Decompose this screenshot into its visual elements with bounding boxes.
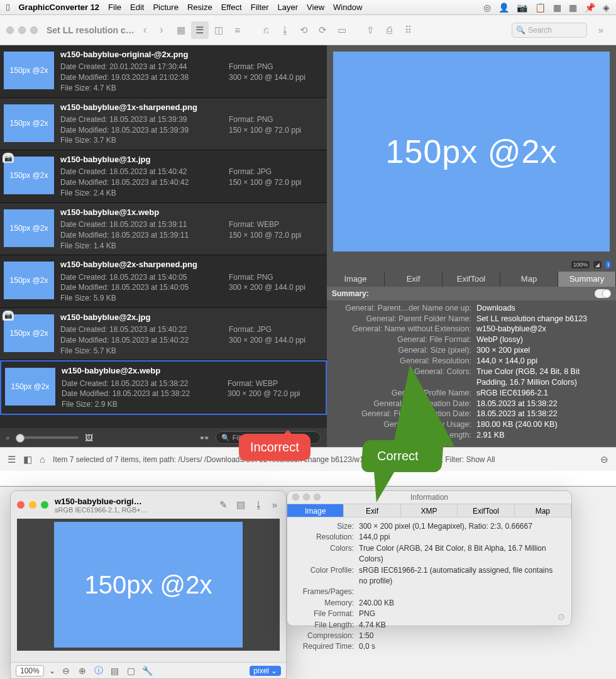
tab-exiftool[interactable]: ExifTool: [443, 272, 500, 287]
print-icon[interactable]: ⎙: [381, 21, 399, 39]
overflow-icon[interactable]: »: [592, 21, 610, 39]
overflow-icon[interactable]: »: [272, 499, 277, 511]
file-text: w150-babyblue@2x.jpgDate Created: 18.05.…: [60, 312, 323, 356]
unit-select[interactable]: pixel ⌄: [250, 666, 281, 676]
zoom-out-icon[interactable]: ⊖: [60, 666, 72, 676]
info-tab-exif[interactable]: Exif: [344, 504, 400, 517]
menu-layer[interactable]: Layer: [278, 3, 299, 12]
file-row[interactable]: 📷150px @2xw150-babyblue@2x.jpgDate Creat…: [0, 308, 327, 361]
info-tab-xmp[interactable]: XMP: [401, 504, 458, 517]
diamond-icon[interactable]: ◈: [603, 3, 610, 13]
file-row[interactable]: 150px @2xw150-babyblue@1x.webpDate Creat…: [0, 203, 327, 256]
preview-text: 150px @2x: [386, 133, 558, 170]
image-canvas[interactable]: 150px @2x: [17, 519, 280, 651]
nav-back[interactable]: ‹: [140, 23, 151, 36]
menu-filter[interactable]: Filter: [251, 3, 269, 12]
target-icon[interactable]: ◎: [483, 3, 491, 13]
thumb-size-slider[interactable]: [16, 436, 79, 439]
tab-map[interactable]: Map: [500, 272, 558, 287]
tab-exif[interactable]: Exif: [385, 272, 443, 287]
menu-view[interactable]: View: [307, 3, 324, 12]
view-grid-icon[interactable]: ▦: [172, 21, 190, 39]
glasses-icon[interactable]: 👓: [199, 433, 209, 443]
zoom-level[interactable]: 100%: [16, 665, 44, 676]
calendar-icon[interactable]: ▦: [569, 3, 577, 13]
tab-summary[interactable]: Summary: [558, 272, 616, 287]
window-title: Set LL resolution c…: [47, 25, 135, 35]
tool-e-icon[interactable]: ▭: [333, 21, 351, 39]
file-row[interactable]: 150px @2xw150-babyblue@2x-sharpened.pngD…: [0, 255, 327, 308]
preview-pane: 150px @2x 100% ◢ ℹ ImageExifExifToolMapS…: [327, 45, 616, 447]
traffic-lights[interactable]: [17, 501, 48, 509]
file-row[interactable]: 150px @2xw150-babyblue@2x.webpDate Creat…: [0, 360, 327, 415]
menu-resize[interactable]: Resize: [187, 3, 212, 12]
grid-icon[interactable]: ▦: [553, 3, 561, 13]
zoom-in-icon[interactable]: ⊕: [77, 666, 88, 676]
traffic-lights[interactable]: [6, 26, 38, 34]
share-icon[interactable]: ⇧: [362, 21, 380, 39]
file-format: Format: PNG: [229, 114, 323, 125]
info-tab-map[interactable]: Map: [515, 504, 571, 517]
sidebar-icon[interactable]: ☰: [8, 454, 16, 465]
pin-icon[interactable]: 📌: [585, 3, 595, 13]
file-modified: Date Modified: 18.05.2023 at 15:39:39: [60, 125, 229, 136]
apple-menu[interactable]: : [6, 2, 9, 13]
pane-icon[interactable]: ◧: [23, 454, 32, 465]
path-icon[interactable]: ⌂: [40, 454, 45, 465]
crop-icon[interactable]: ▢: [126, 666, 137, 676]
nav-forward[interactable]: ›: [156, 23, 167, 36]
info-value: sRGB IEC61966-2.1 (automatically assigne…: [359, 565, 563, 587]
clipboard-icon[interactable]: 📋: [535, 3, 546, 13]
file-size: File Size: 3.7 KB: [60, 135, 229, 146]
user-icon[interactable]: 👤: [498, 3, 509, 13]
file-dims: 300 × 200 @ 72.0 ppi: [228, 389, 322, 399]
file-row[interactable]: 150px @2xw150-babyblue@1x-sharpened.pngD…: [0, 98, 327, 151]
zoom-badge[interactable]: 100%: [571, 261, 590, 268]
picture-icon[interactable]: 🖼: [85, 433, 93, 443]
camera-badge-icon: 📷: [3, 311, 14, 321]
search-input[interactable]: 🔍 Search: [512, 23, 587, 38]
info-value: 240.00 KB: [359, 598, 563, 609]
tool-a-icon[interactable]: ⎌: [258, 21, 275, 39]
histogram-icon[interactable]: ◢: [593, 261, 602, 268]
camera-icon[interactable]: 📷: [517, 3, 527, 13]
tool-c-icon[interactable]: ⟲: [295, 21, 313, 39]
menubar:  GraphicConverter 12 File Edit Picture …: [0, 0, 616, 15]
app-menu[interactable]: GraphicConverter 12: [18, 3, 99, 12]
menu-file[interactable]: File: [108, 3, 121, 12]
menu-picture[interactable]: Picture: [153, 3, 178, 12]
info-tab-exiftool[interactable]: ExifTool: [458, 504, 514, 517]
status-text: Item 7 selected of 7 items, item path: /…: [53, 455, 593, 464]
wrench-icon[interactable]: 🔧: [142, 666, 153, 676]
tool-d-icon[interactable]: ⟳: [314, 21, 332, 39]
tab-image[interactable]: Image: [327, 272, 385, 287]
summary-value: 2.91 KB: [476, 430, 611, 441]
view-list-icon[interactable]: ☰: [191, 21, 209, 39]
grid-small-icon[interactable]: ▫: [6, 433, 9, 443]
edit-icon[interactable]: ✎: [219, 499, 228, 511]
view-compact-icon[interactable]: ≡: [229, 21, 246, 39]
status-overflow-icon[interactable]: ⊖: [600, 454, 608, 465]
info-value: PNG: [359, 609, 563, 619]
page-icon[interactable]: ▤: [236, 499, 245, 511]
information-window: Information ImageExifXMPExifToolMap Size…: [287, 490, 572, 626]
file-created: Date Created: 18.05.2023 at 15:39:39: [60, 114, 229, 125]
info-value: True Color (ARGB, 24 Bit Color, 8 Bit Al…: [359, 543, 563, 565]
info-tool-icon[interactable]: ⓘ: [93, 665, 104, 676]
zoom-dropdown-icon[interactable]: ⌄: [49, 666, 55, 675]
file-row[interactable]: 📷150px @2xw150-babyblue@1x.jpgDate Creat…: [0, 150, 327, 203]
info-tab-image[interactable]: Image: [287, 504, 344, 517]
info-overflow-icon[interactable]: ⊙: [558, 612, 565, 622]
file-row[interactable]: 150px @2xw150-babyblue-original-@2x.pngD…: [0, 45, 327, 98]
menu-window[interactable]: Window: [333, 3, 362, 12]
traffic-lights[interactable]: [292, 494, 321, 500]
settings-icon[interactable]: ⠿: [400, 21, 417, 39]
tool-b-icon[interactable]: ⭳: [277, 21, 294, 39]
layers-icon[interactable]: ▤: [109, 666, 121, 676]
summary-toggle[interactable]: [595, 289, 611, 298]
menu-effect[interactable]: Effect: [221, 3, 242, 12]
download-icon[interactable]: ⭳: [254, 499, 263, 511]
view-columns-icon[interactable]: ◫: [210, 21, 228, 39]
menu-edit[interactable]: Edit: [130, 3, 144, 12]
info-icon[interactable]: ℹ: [605, 261, 611, 268]
